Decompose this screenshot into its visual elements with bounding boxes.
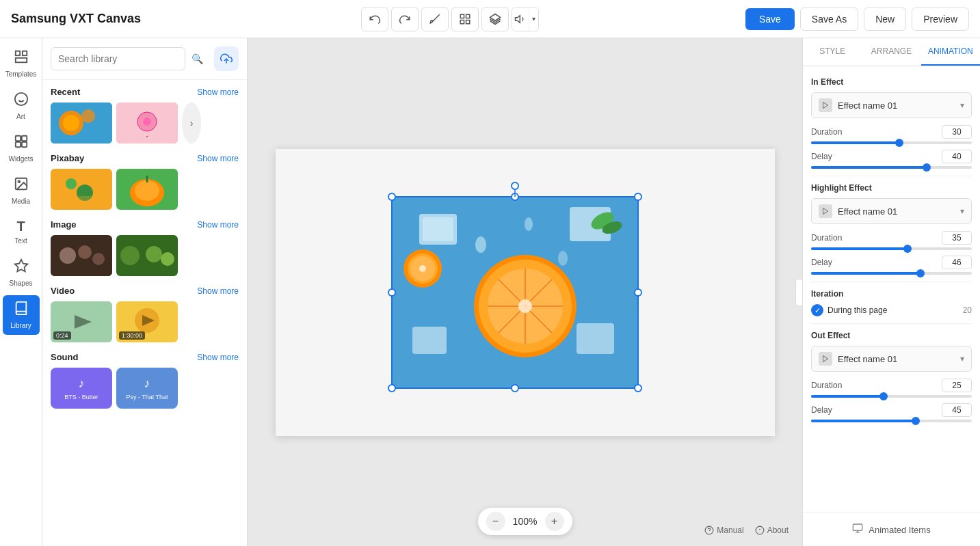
highlight-effect-dropdown[interactable]: Effect name 01 ▾ xyxy=(811,198,972,224)
highlight-effect-chevron: ▾ xyxy=(960,206,964,216)
main-area: Templates Art Widgets Media T Text xyxy=(0,38,980,546)
animated-items-bar[interactable]: Animated Items xyxy=(803,513,980,546)
in-effect-dropdown[interactable]: Effect name 01 ▾ xyxy=(811,92,972,118)
svg-point-37 xyxy=(59,247,76,264)
icon-nav: Templates Art Widgets Media T Text xyxy=(0,38,42,546)
out-delay-input[interactable] xyxy=(942,403,972,417)
sound-note-icon-1: ♪ xyxy=(79,377,85,391)
in-effect-icon xyxy=(819,98,832,112)
pixabay-header: Pixabay Show more xyxy=(51,153,239,163)
pixabay-thumb-2[interactable] xyxy=(116,169,178,210)
brush-button[interactable] xyxy=(421,7,449,31)
video-thumb-2[interactable]: 1:30:00 xyxy=(116,301,178,342)
image-thumbs xyxy=(51,235,239,276)
sidebar-item-templates[interactable]: Templates xyxy=(3,44,40,83)
save-button[interactable]: Save xyxy=(745,8,795,30)
iteration-checkbox[interactable]: ✓ xyxy=(811,304,823,316)
svg-point-9 xyxy=(14,93,27,105)
redo-button[interactable] xyxy=(391,7,419,31)
sidebar-item-widgets[interactable]: Widgets xyxy=(3,128,40,168)
highlight-effect-label: Highlight Effect xyxy=(811,183,972,193)
sound-note-icon-2: ♪ xyxy=(144,377,150,391)
video-thumb-1[interactable]: 0:24 xyxy=(51,301,112,342)
highlight-duration-track[interactable] xyxy=(811,247,972,250)
panel-collapse-button[interactable]: ‹ xyxy=(795,279,802,306)
svg-point-82 xyxy=(635,385,641,392)
zoom-plus-button[interactable]: + xyxy=(545,512,564,531)
image-thumb-2[interactable] xyxy=(116,235,178,276)
pixabay-thumbs xyxy=(51,169,239,210)
iteration-checkbox-row: ✓ During this page xyxy=(811,304,887,316)
out-effect-name: Effect name 01 xyxy=(838,354,955,364)
in-effect-duration-input[interactable] xyxy=(942,125,972,139)
about-link[interactable]: About xyxy=(755,525,789,535)
image-title: Image xyxy=(51,219,77,230)
in-effect-delay-track[interactable] xyxy=(811,166,972,169)
sidebar-item-text[interactable]: T Text xyxy=(3,213,40,250)
video-show-more[interactable]: Show more xyxy=(197,286,239,296)
highlight-delay-label: Delay xyxy=(811,258,832,267)
tab-style[interactable]: STYLE xyxy=(803,38,862,66)
manual-link[interactable]: Manual xyxy=(704,525,743,535)
svg-rect-0 xyxy=(460,14,464,18)
zoom-minus-button[interactable]: − xyxy=(486,512,505,531)
cloud-button[interactable] xyxy=(214,46,239,71)
preview-button[interactable]: Preview xyxy=(912,8,969,31)
audio-button[interactable] xyxy=(512,7,529,31)
svg-point-17 xyxy=(18,180,20,182)
image-thumb-1[interactable] xyxy=(51,235,112,276)
recent-thumb-arrow[interactable]: › xyxy=(182,103,201,144)
highlight-duration-row: Duration xyxy=(811,231,972,250)
recent-thumb-2[interactable]: 🍬 xyxy=(116,103,178,144)
audio-dropdown-button[interactable]: ▾ xyxy=(529,7,538,31)
svg-text:🍬: 🍬 xyxy=(144,133,150,139)
sound-show-more[interactable]: Show more xyxy=(197,353,239,362)
sound-label-1: BTS - Butter xyxy=(62,394,101,400)
out-effect-dropdown[interactable]: Effect name 01 ▾ xyxy=(811,346,972,372)
sidebar-item-media[interactable]: Media xyxy=(3,171,40,210)
out-delay-track[interactable] xyxy=(811,420,972,422)
zoom-bar: − 100% + xyxy=(478,508,572,535)
sidebar-item-library[interactable]: Library xyxy=(3,295,40,335)
zoom-level: 100% xyxy=(511,516,540,527)
undo-button[interactable] xyxy=(361,7,388,31)
svg-point-81 xyxy=(512,385,518,392)
in-effect-delay-row: Delay xyxy=(811,150,972,169)
sound-item-1[interactable]: ♪ BTS - Butter xyxy=(51,368,112,409)
iteration-checkbox-label: During this page xyxy=(827,305,887,315)
svg-point-59 xyxy=(558,251,568,266)
grid-button[interactable] xyxy=(451,7,479,31)
pixabay-show-more[interactable]: Show more xyxy=(197,154,239,163)
out-effect-chevron: ▾ xyxy=(960,354,964,364)
layers-button[interactable] xyxy=(481,7,509,31)
in-effect-duration-track[interactable] xyxy=(811,141,972,144)
toolbar-tools: ▾ xyxy=(163,7,737,31)
out-duration-track[interactable] xyxy=(811,395,972,398)
sound-item-2[interactable]: ♪ Psy - That That xyxy=(116,368,178,409)
image-header: Image Show more xyxy=(51,219,239,230)
svg-marker-92 xyxy=(823,356,828,362)
out-effect-icon xyxy=(819,352,832,366)
sidebar-item-art[interactable]: Art xyxy=(3,86,40,126)
svg-point-42 xyxy=(120,246,140,265)
iteration-row: Iteration xyxy=(811,289,972,299)
sidebar-item-shapes[interactable]: Shapes xyxy=(3,253,40,292)
tab-arrange[interactable]: ARRANGE xyxy=(862,38,921,66)
new-button[interactable]: New xyxy=(864,8,906,31)
highlight-delay-track[interactable] xyxy=(811,272,972,275)
highlight-delay-input[interactable] xyxy=(942,256,972,269)
tab-animation[interactable]: ANIMATION xyxy=(921,38,980,66)
text-label: Text xyxy=(14,237,27,245)
recent-title: Recent xyxy=(51,87,80,97)
canvas-area[interactable]: ‹ − 100% + Manual About xyxy=(248,38,802,546)
in-effect-delay-input[interactable] xyxy=(942,150,972,163)
search-input[interactable] xyxy=(51,47,185,70)
recent-thumb-1[interactable] xyxy=(51,103,112,144)
recent-show-more[interactable]: Show more xyxy=(197,87,239,97)
out-duration-input[interactable] xyxy=(942,379,972,392)
highlight-duration-input[interactable] xyxy=(942,231,972,245)
save-as-button[interactable]: Save As xyxy=(800,8,858,31)
recent-thumbs: 🍬 › xyxy=(51,103,239,144)
image-show-more[interactable]: Show more xyxy=(197,220,239,230)
pixabay-thumb-1[interactable] xyxy=(51,169,112,210)
